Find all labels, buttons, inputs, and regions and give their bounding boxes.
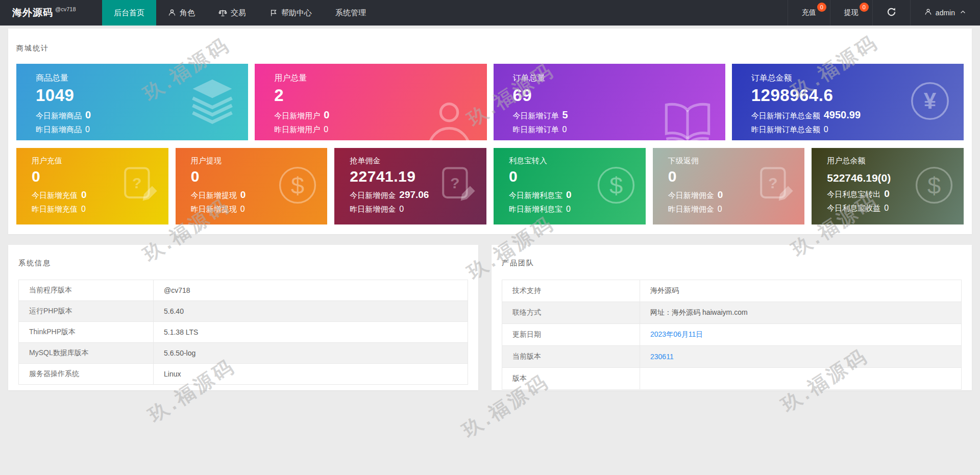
recharge-button[interactable]: 充值 0 [788,0,830,26]
username: admin [936,9,955,17]
card-today-label: 今日新增佣金 [668,191,714,199]
card-today-value: 297.06 [399,189,429,200]
update-date-link[interactable]: 2023年06月11日 [640,324,962,346]
table-row: 当前程序版本 @cv718 [19,280,468,301]
dollar-icon: $ [595,164,638,209]
stat-card-sub-rebate: 下级返佣 0 今日新增佣金0 昨日新增佣金0 ? [653,148,805,224]
card-today-value: 4950.99 [824,109,861,120]
brand-logo[interactable]: 海外源码 @cv718 [0,0,102,26]
team-label: 技术支持 [502,280,640,302]
table-row: ThinkPHP版本 5.1.38 LTS [19,322,468,343]
card-yesterday-label: 昨日新增订单总金额 [751,125,820,134]
card-today-value: 0 [884,188,890,199]
product-team-title: 产品团队 [502,259,962,268]
nav-item-help[interactable]: 帮助中心 [258,0,324,26]
card-today-label: 今日新增商品 [36,111,82,120]
card-yesterday-value: 0 [718,205,722,213]
nav-item-home[interactable]: 后台首页 [102,0,156,26]
brand-version: @cv718 [55,6,76,12]
system-info-panel: 系统信息 当前程序版本 @cv718 运行PHP版本 5.6.40 ThinkP… [8,245,478,390]
card-today-label: 今日新增订单 [513,111,559,120]
card-today-label: 今日新增利息宝 [509,191,562,199]
refresh-button[interactable] [872,0,910,26]
stat-card-user-withdraw: 用户提现 0 今日新增提现0 昨日新增提现0 $ [176,148,328,224]
main-menu: 后台首页 角色 交易 帮助中心 系统管理 [102,0,378,26]
svg-text:$: $ [609,172,623,199]
svg-text:?: ? [132,174,142,191]
current-version-link[interactable]: 230611 [640,346,962,368]
dollar-icon: $ [276,164,319,209]
nav-item-trade[interactable]: 交易 [207,0,258,26]
chevron-up-icon [960,9,966,17]
card-today-label: 今日新增提现 [191,191,237,199]
table-row: MySQL数据库版本 5.6.50-log [19,343,468,364]
info-value: Linux [154,364,468,385]
card-today-label: 今日新增充值 [32,191,78,199]
system-info-title: 系统信息 [18,259,468,268]
recharge-label: 充值 [802,8,816,17]
brand-name: 海外源码 [12,6,53,19]
card-today-value: 0 [81,189,87,200]
team-value: 网址：海外源码 haiwaiym.com [640,302,962,324]
nav-item-system[interactable]: 系统管理 [324,0,378,26]
info-label: 运行PHP版本 [19,301,154,322]
card-yesterday-label: 昨日新增佣金 [668,205,714,213]
svg-text:?: ? [768,174,778,191]
info-label: 当前程序版本 [19,280,154,301]
card-yesterday-label: 昨日新增提现 [191,205,237,213]
table-row: 当前版本 230611 [502,346,962,368]
card-today-value: 0 [85,109,91,120]
card-yesterday-label: 昨日新增商品 [36,125,82,134]
card-yesterday-label: 昨日新增利息宝 [509,205,562,213]
card-today-value: 0 [324,109,329,120]
card-today-label: 今日新增用户 [274,111,320,120]
stats-row-1: 商品总量 1049 今日新增商品0 昨日新增商品0 用户总量 2 今日新增用户0… [16,64,964,140]
stats-panel: 商城统计 商品总量 1049 今日新增商品0 昨日新增商品0 用户总量 2 今日… [8,29,972,234]
table-row: 运行PHP版本 5.6.40 [19,301,468,322]
doc-question-icon: ? [437,165,478,208]
card-today-value: 0 [718,189,723,200]
team-label: 版本 [502,368,640,390]
doc-question-icon: ? [755,165,796,208]
system-info-table: 当前程序版本 @cv718 运行PHP版本 5.6.40 ThinkPHP版本 … [18,280,468,385]
team-label: 联络方式 [502,302,640,324]
card-yesterday-value: 0 [562,125,567,134]
info-value: 5.6.40 [154,301,468,322]
nav-item-roles[interactable]: 角色 [156,0,207,26]
svg-text:¥: ¥ [924,88,937,113]
withdraw-badge: 0 [860,3,869,12]
user-menu[interactable]: admin [910,0,980,26]
card-yesterday-label: 昨日新增充值 [32,205,78,213]
stat-card-user-balance: 用户总余额 522746.19(0) 今日利息宝转出0 今日利息宝收益0 $ [812,148,964,224]
card-yesterday-value: 0 [566,205,571,213]
card-yesterday-label: 今日利息宝收益 [827,204,880,212]
nav-item-label: 帮助中心 [281,8,312,18]
info-value: 5.6.50-log [154,343,468,364]
stat-card-user-recharge: 用户充值 0 今日新增充值0 昨日新增充值0 ? [16,148,168,224]
card-title: 用户总量 [274,73,477,84]
doc-question-icon: ? [119,165,160,208]
card-today-label: 今日利息宝转出 [827,190,880,198]
table-row: 更新日期 2023年06月11日 [502,324,962,346]
card-yesterday-label: 昨日新增佣金 [350,205,396,213]
card-today-label: 今日新增佣金 [350,191,396,199]
nav-item-label: 交易 [231,8,246,18]
book-icon [661,96,714,140]
card-yesterday-value: 0 [324,125,328,134]
info-value: 5.1.38 LTS [154,322,468,343]
flag-icon [270,9,278,17]
person-icon [423,96,476,140]
withdraw-label: 提现 [844,8,859,17]
card-yesterday-label: 昨日新增用户 [274,125,320,134]
table-row: 技术支持 海外源码 [502,280,962,302]
card-today-value: 0 [566,189,572,200]
stat-card-order-amount: 订单总金额 1298964.6 今日新增订单总金额4950.99 昨日新增订单总… [732,64,964,140]
table-row: 版本 [502,368,962,390]
info-label: MySQL数据库版本 [19,343,154,364]
svg-text:$: $ [927,172,941,199]
withdraw-button[interactable]: 提现 0 [830,0,872,26]
stat-card-users-total: 用户总量 2 今日新增用户0 昨日新增用户0 [255,64,486,140]
product-team-panel: 产品团队 技术支持 海外源码 联络方式 网址：海外源码 haiwaiym.com… [492,245,972,390]
svg-text:$: $ [291,172,304,199]
card-yesterday-value: 0 [240,205,245,213]
